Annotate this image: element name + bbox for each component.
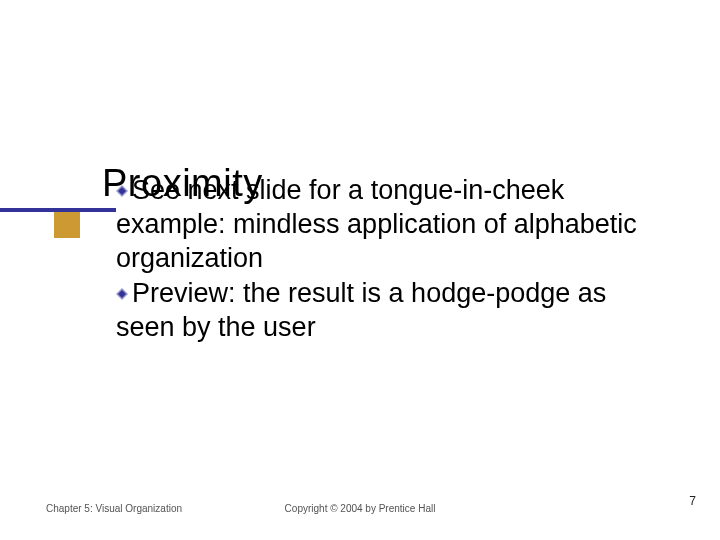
body: See next slide for a tongue-in-cheek exa… — [116, 174, 656, 347]
list-item-text: See next slide for a tongue-in-cheek exa… — [116, 175, 637, 273]
slide-number: 7 — [689, 494, 696, 508]
diamond-bullet-icon — [116, 185, 128, 197]
title-accent-square — [54, 212, 80, 238]
list-item: Preview: the result is a hodge-podge as … — [116, 277, 656, 345]
footer-center: Copyright © 2004 by Prentice Hall — [0, 503, 720, 514]
list-item: See next slide for a tongue-in-cheek exa… — [116, 174, 656, 275]
list-item-text: Preview: the result is a hodge-podge as … — [116, 278, 606, 342]
diamond-bullet-icon — [116, 288, 128, 300]
slide: Proximity See next slide for a tongue-in… — [0, 0, 720, 540]
